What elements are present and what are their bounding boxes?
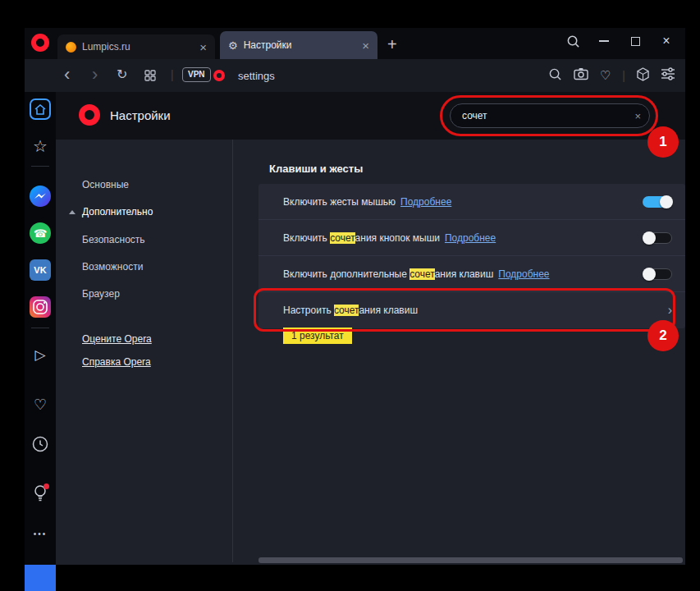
my-flow-icon[interactable]: ▷ [34, 348, 45, 362]
site-favicon [66, 42, 76, 53]
label-text: Включить жесты мышью [283, 196, 396, 208]
rate-opera-link[interactable]: Оцените Opera [82, 333, 152, 345]
toggle-off[interactable] [643, 232, 672, 244]
setting-row-mouse-gestures: Включить жесты мышьюПодробнее [258, 184, 685, 220]
tab-strip: Lumpics.ru × ⚙ Настройки × + × [25, 28, 685, 59]
vk-icon[interactable]: VK [30, 259, 51, 281]
tab-close-icon[interactable]: × [199, 41, 207, 53]
speed-dial-icon[interactable] [144, 70, 156, 84]
opera-site-icon [213, 70, 225, 81]
annotation-step-2: 2 [647, 320, 679, 351]
page-title: Настройки [110, 108, 171, 122]
details-link[interactable]: Подробнее [400, 196, 451, 208]
forward-button[interactable]: › [92, 66, 98, 84]
details-link[interactable]: Подробнее [498, 268, 549, 280]
section-title: Клавиши и жесты [269, 163, 363, 175]
snapshot-camera-icon[interactable] [574, 67, 588, 84]
label-text: Включить [283, 232, 330, 244]
new-tab-button[interactable]: + [387, 36, 397, 53]
settings-body: Основные Дополнительно Безопасность Возм… [56, 140, 685, 565]
sidebar-item-advanced[interactable]: Дополнительно [82, 206, 153, 218]
address-toolbar: ‹ › ↻ | VPN settings ♡ | [25, 59, 685, 92]
tab-label: Настройки [244, 39, 357, 51]
annotation-rect-search [440, 95, 658, 136]
sidebar-rail: ☆ ☎ VK ▷ ♡ ••• [25, 92, 56, 591]
setting-label: Включить дополнительные сочетания клавиш… [283, 268, 643, 280]
reload-button[interactable]: ↻ [117, 68, 127, 81]
address-text[interactable]: settings [238, 71, 275, 81]
search-icon[interactable] [548, 67, 562, 85]
setting-label: Включить сочетания кнопок мышиПодробнее [283, 232, 643, 244]
tab-label: Lumpics.ru [82, 41, 194, 53]
messenger-icon[interactable] [30, 186, 51, 209]
search-highlight: сочет [330, 232, 355, 244]
chevron-up-icon [69, 210, 75, 214]
label-text: Включить дополнительные [283, 268, 409, 280]
separator: | [171, 69, 174, 80]
opera-menu-logo[interactable] [31, 34, 49, 52]
label-text: ания кнопок мыши [355, 232, 440, 244]
setting-row-advanced-shortcuts: Включить дополнительные сочетания клавиш… [258, 256, 685, 292]
separator [31, 328, 49, 328]
separator: | [622, 69, 625, 82]
back-button[interactable]: ‹ [64, 66, 70, 84]
bottom-left-panel [25, 565, 56, 591]
tips-lightbulb-icon[interactable] [33, 484, 48, 505]
start-page-icon[interactable] [30, 98, 51, 120]
toggle-knob [660, 195, 673, 208]
tab-close-icon[interactable]: × [362, 39, 369, 52]
window-controls: × [565, 34, 674, 48]
tab-search-icon[interactable] [565, 34, 580, 48]
sidebar-item-browser[interactable]: Браузер [82, 288, 120, 300]
opera-logo [79, 104, 100, 126]
annotation-step-1: 1 [647, 126, 679, 158]
notification-dot [43, 483, 49, 489]
toolbar-tune-icon[interactable] [661, 67, 675, 84]
details-link[interactable]: Подробнее [445, 232, 496, 244]
personal-news-heart-icon[interactable]: ♡ [34, 397, 47, 412]
tab-settings[interactable]: ⚙ Настройки × [220, 31, 377, 59]
separator [31, 166, 49, 167]
close-button[interactable]: × [659, 34, 674, 48]
setting-row-rocker-gestures: Включить сочетания кнопок мышиПодробнее [258, 220, 685, 256]
annotation-rect-shortcuts-row [254, 288, 675, 332]
vpn-badge[interactable]: VPN [182, 67, 211, 82]
bookmarks-star-icon[interactable]: ☆ [33, 138, 48, 154]
sidebar-item-basic[interactable]: Основные [82, 179, 129, 190]
sidebar-item-security[interactable]: Безопасность [82, 234, 145, 245]
sidebar-item-features[interactable]: Возможности [82, 261, 143, 273]
sidebar-setup-ellipsis-icon[interactable]: ••• [34, 530, 48, 538]
toggle-on[interactable] [643, 196, 672, 208]
toggle-off[interactable] [643, 268, 672, 280]
instagram-icon[interactable] [30, 296, 51, 320]
horizontal-scrollbar[interactable] [258, 557, 683, 563]
search-highlight: сочет [409, 268, 434, 280]
opera-help-link[interactable]: Справка Opera [82, 356, 151, 368]
gear-icon: ⚙ [228, 39, 238, 52]
history-clock-icon[interactable] [32, 436, 48, 455]
toggle-knob [643, 231, 656, 245]
tab-lumpics[interactable]: Lumpics.ru × [57, 34, 215, 59]
sidebar-divider [232, 140, 233, 562]
bookmark-heart-icon[interactable]: ♡ [600, 68, 611, 83]
toggle-knob [643, 268, 656, 281]
setting-label: Включить жесты мышьюПодробнее [283, 196, 643, 208]
extensions-cube-icon[interactable] [637, 67, 649, 85]
maximize-button[interactable] [628, 34, 643, 48]
toolbar-right-icons: ♡ | [548, 59, 675, 92]
whatsapp-icon[interactable]: ☎ [30, 222, 51, 244]
minimize-button[interactable] [597, 34, 611, 48]
label-text: ания клавиш [435, 268, 494, 280]
